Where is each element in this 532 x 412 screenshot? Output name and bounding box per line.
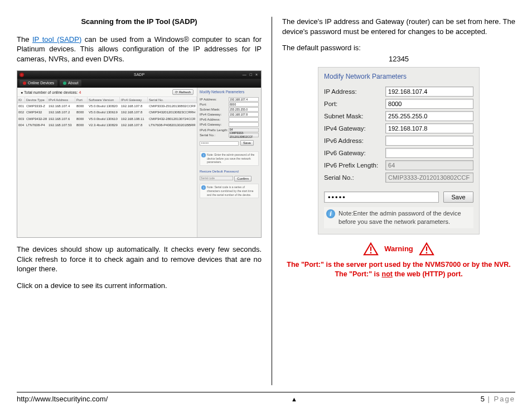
warning-not: not [382,270,393,278]
side-port-input[interactable]: 8000 [229,102,259,107]
warning-line2b: the web (HTTP) port. [393,270,463,278]
side-ipv6gw-label: IPv6 Gateway: [200,122,221,127]
up-triangle-icon[interactable]: ▲ [291,396,297,403]
auto-show-paragraph: The devices should show up automatically… [17,245,262,274]
mnp-ip-label: IP Address: [324,88,385,97]
col-gw[interactable]: IPv4 Gateway [120,97,148,103]
mnp-serial-input: CMIP3333-Z0120130802CCF [385,173,473,183]
col-sw[interactable]: Software Version [88,97,120,103]
side-gateway-label: IPv4 Gateway: [200,112,221,117]
warning-row: Warning [282,242,515,256]
tab-about[interactable]: About [60,80,81,87]
warning-label: Warning [384,244,413,254]
table-row[interactable]: 003CMIP3432-28192.168.107.68000V5.0.0bui… [17,116,197,122]
intro-text-a: The [17,35,32,44]
device-table-header: ID Device Type IPv4 Address Port Softwar… [17,97,197,103]
table-row[interactable]: 002CMIP3432192.168.107.28000V5.0.0build … [17,109,197,116]
side-password-input[interactable]: ••••• [200,141,239,146]
svg-point-2 [370,252,372,254]
info-icon: i [201,153,206,157]
mnp-title: Modify Network Parameters [324,72,473,81]
info-icon: i [326,209,335,218]
confirm-button[interactable]: Confirm [234,176,252,181]
side-subnet-label: Subnet Mask: [200,107,220,112]
warning-icon [419,242,434,256]
sadp-titlebar: SADP — □ × [17,71,261,79]
col-ip[interactable]: IPv4 Address [47,97,75,103]
total-label: Total number of online devices: [24,90,78,94]
side-note: iNote: Enter the admin password of the d… [200,151,259,166]
side-subnet-input[interactable]: 255.255.255.0 [229,107,259,112]
side-ipv6addr-input[interactable] [229,117,259,122]
restore-password-link[interactable]: Restore Default Password [200,169,259,174]
default-password-value: 12345 [282,54,515,64]
side-title: Modify Network Parameters [200,90,259,95]
page-number: 5 [481,395,485,403]
tab-online-devices[interactable]: Online Devices [20,80,57,87]
page-indicator: 5 | Page [481,395,515,403]
right-intro-paragraph: The device's IP address and Gateway (rou… [282,17,515,36]
mnp-save-button[interactable]: Save [443,191,473,203]
refresh-button[interactable]: ⟳ Refresh [172,89,194,95]
side-ipv6gw-input[interactable] [229,122,259,127]
tab-online-label: Online Devices [28,80,54,85]
mnp-ipv6addr-input[interactable] [385,136,473,146]
table-row[interactable]: 004LTN7608-P4192.168.107.538000V2.3.4bui… [17,122,197,128]
mnp-gateway-input[interactable]: 192.168.107.8 [385,123,473,133]
col-id[interactable]: ID [17,97,25,103]
table-row[interactable]: 001CMIP3333-Z192.168.107.48000V5.0.0buil… [17,103,197,109]
mnp-gateway-label: IPv4 Gateway: [324,124,385,133]
mnp-ipv6gw-label: IPv6 Gateway: [324,149,385,158]
svg-point-5 [425,252,427,254]
warning-icon [363,242,379,256]
warning-text: The "Port:" is the server port used by t… [282,260,515,279]
serial-code-input[interactable]: Serial code [200,176,233,180]
click-device-paragraph: Click on a device to see its current inf… [17,281,262,291]
side-ip-label: IP Address: [200,97,217,102]
side-gateway-input[interactable]: 192.168.107.8 [229,112,259,117]
side-serial-input: CMIP3333-Z0120130802CCF [229,133,259,137]
mnp-subnet-label: Subnet Mask: [324,112,385,121]
mnp-subnet-input[interactable]: 255.255.255.0 [385,111,473,121]
mnp-ip-input[interactable]: 192.168.107.4 [385,87,473,97]
side-save-button[interactable]: Save [240,140,254,146]
side-port-label: Port: [200,102,207,107]
mnp-prefix-label: IPv6 Prefix Length: [324,161,385,170]
sadp-window: SADP — □ × Online Devices About ● Total … [17,70,262,238]
sadp-side-panel: Modify Network Parameters IP Address:192… [197,88,261,237]
side-note2-text: Note: Serial code is a series of charact… [207,185,257,197]
modify-network-panel: Modify Network Parameters IP Address:192… [318,67,480,234]
section-heading: Scanning from the IP Tool (SADP) [17,17,262,27]
online-icon [23,82,26,85]
sadp-logo-icon [20,73,24,77]
page-footer: http://www.ltsecurityinc.com/ ▲ 5 | Page [17,392,515,403]
mnp-port-input[interactable]: 8000 [385,99,473,109]
col-type[interactable]: Device Type [25,97,47,103]
side-note-text: Note: Enter the admin password of the de… [207,153,257,164]
mnp-ipv6addr-label: IPv6 Address: [324,137,385,146]
total-count: 4 [79,90,81,94]
mnp-note: i Note:Enter the admin password of the d… [324,207,473,228]
col-sn[interactable]: Serial No. [148,97,197,103]
side-ipv6addr-label: IPv6 Address: [200,117,220,122]
warning-line1: The "Port:" is the server port used by t… [287,261,511,269]
mnp-note-text: Note:Enter the admin password of the dev… [338,209,471,226]
default-password-label: The default password is: [282,43,515,53]
mnp-prefix-input[interactable]: 64 [385,160,473,170]
side-note2: iNote: Serial code is a series of charac… [200,184,259,198]
tab-about-label: About [68,80,78,85]
ip-tool-link[interactable]: IP tool (SADP) [32,35,81,44]
footer-url[interactable]: http://www.ltsecurityinc.com/ [17,395,108,403]
side-prefix-label: IPv6 Prefix Length: [200,128,228,132]
mnp-password-input[interactable]: ••••• [324,191,439,203]
side-ip-input[interactable]: 192.168.107.4 [229,97,259,102]
window-controls[interactable]: — □ × [243,72,259,77]
col-port[interactable]: Port [75,97,88,103]
side-serial-label: Serial No.: [200,133,215,137]
mnp-port-label: Port: [324,100,385,109]
mnp-ipv6gw-input[interactable] [385,148,473,158]
intro-paragraph: The IP tool (SADP) can be used from a Wi… [17,35,262,64]
warning-line2a: The "Port:" is [335,270,381,278]
info-icon: i [201,185,206,190]
device-count-text: ● Total number of online devices: 4 [21,90,81,95]
